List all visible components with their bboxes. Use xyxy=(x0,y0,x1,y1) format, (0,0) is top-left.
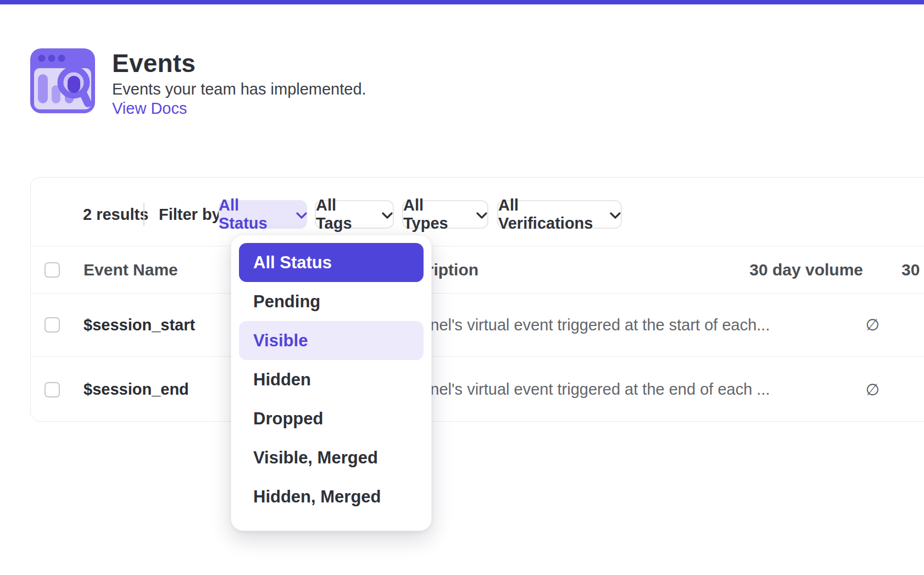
chevron-down-icon xyxy=(296,212,307,219)
events-app-icon xyxy=(30,48,95,113)
menu-item-pending[interactable]: Pending xyxy=(239,282,424,321)
table-header-row: Event Name Description 30 day volume 30 … xyxy=(31,246,924,294)
event-30-day-volume: ∅ xyxy=(660,294,880,356)
filter-all-verifications-label: All Verifications xyxy=(498,196,603,233)
filter-by-label: Filter by xyxy=(159,200,221,229)
top-accent-bar xyxy=(0,0,924,4)
page-title: Events xyxy=(112,48,196,78)
events-card: 2 results Filter by All Status All Tags … xyxy=(30,177,924,422)
table-row[interactable]: $session_start Mixpanel's virtual event … xyxy=(31,294,924,357)
chevron-down-icon xyxy=(610,212,621,219)
toolbar-divider xyxy=(143,203,144,226)
chevron-down-icon xyxy=(476,212,487,219)
menu-item-dropped[interactable]: Dropped xyxy=(239,399,424,438)
select-all-checkbox[interactable] xyxy=(44,262,60,278)
view-docs-link[interactable]: View Docs xyxy=(112,99,187,118)
event-30-day-volume: ∅ xyxy=(660,357,880,422)
menu-item-visible[interactable]: Visible xyxy=(239,321,424,360)
page-subtitle: Events your team has implemented. xyxy=(112,80,366,98)
event-name[interactable]: $session_start xyxy=(84,294,195,356)
filter-all-status-button[interactable]: All Status xyxy=(219,200,307,229)
filter-all-types-label: All Types xyxy=(403,196,470,233)
filter-all-tags-label: All Tags xyxy=(316,196,375,233)
menu-item-all-status[interactable]: All Status xyxy=(239,243,424,282)
filter-all-types-button[interactable]: All Types xyxy=(402,200,488,229)
chevron-down-icon xyxy=(382,212,393,219)
menu-item-hidden[interactable]: Hidden xyxy=(239,360,424,399)
column-header-event-name[interactable]: Event Name xyxy=(84,246,178,293)
event-name[interactable]: $session_end xyxy=(84,357,189,422)
filter-all-status-label: All Status xyxy=(219,196,290,233)
menu-item-visible-merged[interactable]: Visible, Merged xyxy=(239,438,424,477)
row-checkbox[interactable] xyxy=(44,317,60,333)
filter-all-tags-button[interactable]: All Tags xyxy=(315,200,394,229)
status-filter-dropdown: All Status Pending Visible Hidden Droppe… xyxy=(231,235,432,531)
column-header-30-day-volume[interactable]: 30 day volume xyxy=(660,246,863,293)
row-checkbox[interactable] xyxy=(44,382,60,397)
table-row[interactable]: $session_end Mixpanel's virtual event tr… xyxy=(31,357,924,422)
column-header-30-day-clipped[interactable]: 30 d xyxy=(901,246,924,293)
filter-all-verifications-button[interactable]: All Verifications xyxy=(497,200,622,229)
results-count: 2 results xyxy=(83,200,148,229)
menu-item-hidden-merged[interactable]: Hidden, Merged xyxy=(239,477,424,516)
